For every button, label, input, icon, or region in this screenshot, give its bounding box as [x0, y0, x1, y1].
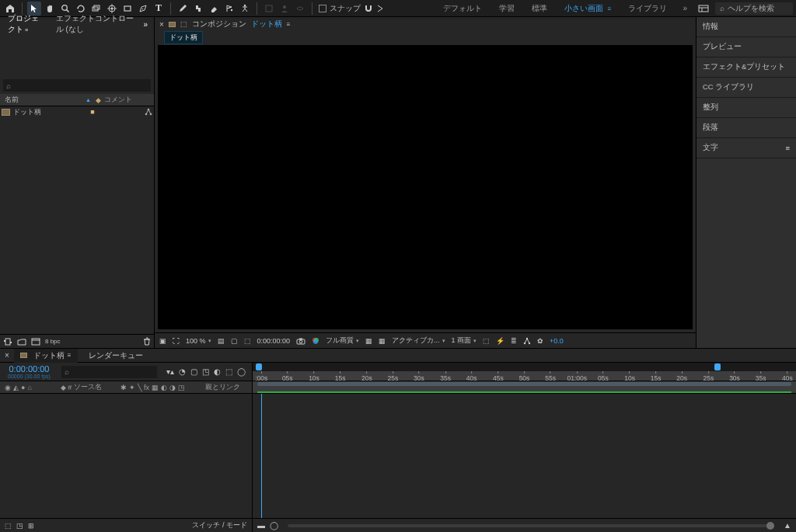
- project-search[interactable]: ⌕: [3, 79, 151, 92]
- wireframe-icon[interactable]: ▢: [231, 337, 238, 345]
- bitdepth-button[interactable]: 8 bpc: [45, 338, 61, 345]
- fx-sw-icon[interactable]: fx: [144, 384, 149, 391]
- fast-preview-icon[interactable]: ⚡: [496, 337, 504, 345]
- graph-editor-icon[interactable]: ⬚: [225, 367, 232, 376]
- frame-blend-sw-icon[interactable]: ▦: [152, 384, 159, 391]
- panel-menu-icon[interactable]: ≡: [287, 21, 291, 28]
- clone-tool[interactable]: [191, 2, 205, 16]
- pixel-aspect-icon[interactable]: ⬚: [483, 337, 490, 345]
- lock-col-icon[interactable]: ⌂: [27, 384, 31, 391]
- timecode-display[interactable]: 0:00:00:00: [257, 337, 291, 345]
- panel-cc-libraries[interactable]: CC ライブラリ: [696, 78, 796, 98]
- brainstorm-icon[interactable]: ◯: [237, 367, 246, 376]
- panel-effects-presets[interactable]: エフェクト&プリセット: [696, 57, 796, 78]
- ws-default[interactable]: デフォルト: [437, 2, 488, 16]
- panel-menu-icon[interactable]: ≡: [68, 352, 72, 359]
- timeline-search[interactable]: ⌕: [61, 366, 157, 378]
- user-icon[interactable]: [278, 2, 292, 16]
- trash-icon[interactable]: [143, 337, 151, 346]
- playhead[interactable]: [261, 394, 262, 518]
- sort-caret-icon[interactable]: ▲: [86, 97, 92, 103]
- eraser-tool[interactable]: [207, 2, 221, 16]
- toggle-modes-icon[interactable]: ◳: [16, 522, 23, 530]
- motion-blur-sw-icon[interactable]: ◐: [161, 384, 167, 391]
- breadcrumb-chip[interactable]: ドット柄: [164, 31, 203, 44]
- audio-col-icon[interactable]: ◭: [13, 384, 19, 391]
- label-color-icon[interactable]: ■: [86, 108, 99, 116]
- panel-preview[interactable]: プレビュー: [696, 37, 796, 57]
- magnify-icon[interactable]: ⛶: [173, 337, 180, 345]
- work-area-bar[interactable]: [253, 381, 796, 394]
- ws-learn[interactable]: 学習: [493, 2, 521, 16]
- lock-icon[interactable]: ⬚: [180, 20, 187, 28]
- zoom-slider[interactable]: [288, 524, 774, 527]
- close-tab-icon[interactable]: ×: [159, 20, 164, 29]
- composition-name[interactable]: ドット柄: [251, 19, 282, 30]
- col-label-icon[interactable]: ◆: [92, 96, 104, 104]
- solo-col-icon[interactable]: ●: [21, 384, 25, 391]
- adjust-sw-icon[interactable]: ◑: [169, 384, 176, 391]
- roto-tool[interactable]: [222, 2, 236, 16]
- always-preview-icon[interactable]: ▣: [159, 337, 166, 345]
- new-folder-icon[interactable]: [17, 338, 26, 346]
- quality-dropdown[interactable]: フル画質▾: [326, 336, 359, 346]
- camera-dropdown[interactable]: アクティブカ...▾: [392, 336, 445, 346]
- switch-mode-toggle[interactable]: スイッチ / モード: [192, 520, 247, 530]
- overflow-chevron-icon[interactable]: »: [683, 4, 687, 12]
- checkbox-icon[interactable]: [319, 5, 326, 12]
- brush-tool[interactable]: [176, 2, 190, 16]
- toggle-switches-icon[interactable]: ⬚: [5, 522, 12, 530]
- comp-minimize-icon[interactable]: ▾▴: [166, 367, 174, 376]
- timeline-tracks[interactable]: [253, 394, 796, 518]
- mask-mode-icon[interactable]: [262, 2, 276, 16]
- timeline-icon[interactable]: ≣: [511, 337, 517, 345]
- col-source[interactable]: ソース名: [74, 382, 120, 392]
- ws-standard[interactable]: 標準: [525, 2, 553, 16]
- snapshot-icon[interactable]: [296, 337, 305, 345]
- mask-toggle-icon[interactable]: ⬚: [244, 337, 251, 345]
- work-area-range[interactable]: [257, 382, 791, 386]
- zoom-in-icon[interactable]: ▲: [784, 521, 791, 530]
- exposure-value[interactable]: +0.0: [550, 337, 564, 345]
- mesh-icon[interactable]: [293, 2, 307, 16]
- new-comp-icon[interactable]: [31, 338, 40, 346]
- snap-toggle[interactable]: スナップ: [319, 3, 384, 14]
- grid-icon[interactable]: ▦: [379, 337, 386, 345]
- frame-blend-icon[interactable]: ◳: [202, 367, 209, 376]
- reset-workspace-icon[interactable]: [696, 2, 710, 16]
- timeline-layers-area[interactable]: [0, 394, 252, 518]
- panel-paragraph[interactable]: 段落: [696, 118, 796, 138]
- view-count-dropdown[interactable]: 1 画面▾: [452, 336, 477, 346]
- timeline-tab-renderqueue[interactable]: レンダーキュー: [82, 349, 149, 363]
- current-time[interactable]: 0:00:00:00 00000 (30.00 fps): [0, 364, 58, 379]
- resolution-icon[interactable]: ▤: [218, 337, 225, 345]
- puppet-tool[interactable]: [238, 2, 252, 16]
- col-parent[interactable]: 親とリンク: [205, 382, 252, 392]
- project-empty-area[interactable]: [0, 117, 154, 334]
- label-col-icon[interactable]: ◆ #: [58, 384, 74, 391]
- ws-small[interactable]: 小さい画面 ≡: [558, 2, 617, 16]
- flowchart-icon[interactable]: [145, 108, 152, 116]
- panel-character[interactable]: 文字≡: [696, 138, 796, 158]
- time-ruler[interactable]: :00s05s10s15s20s25s30s35s40s45s50s55s01:…: [253, 371, 796, 381]
- collapse-sw-icon[interactable]: ✦: [129, 384, 135, 391]
- view-layout-icon[interactable]: ▦: [365, 337, 372, 345]
- interpret-footage-icon[interactable]: [3, 338, 12, 346]
- motion-blur-icon[interactable]: ◐: [214, 367, 221, 376]
- snap-options-icon[interactable]: [376, 5, 384, 12]
- help-search[interactable]: ⌕ ヘルプを検索: [715, 2, 793, 15]
- timeline-tab-comp[interactable]: ドット柄 ≡: [14, 349, 78, 363]
- col-name[interactable]: 名前: [0, 95, 86, 105]
- render-settings-icon[interactable]: ✿: [537, 337, 543, 345]
- 3d-sw-icon[interactable]: ◳: [178, 384, 185, 391]
- show-channels-icon[interactable]: [312, 337, 319, 345]
- draft3d-icon[interactable]: ▢: [190, 367, 197, 376]
- nav-handle-end[interactable]: [714, 363, 721, 370]
- composition-viewport[interactable]: [158, 45, 693, 329]
- toggle-parent-icon[interactable]: ⊞: [28, 522, 34, 530]
- zoom-to-frame-icon[interactable]: ◯: [270, 521, 278, 530]
- zoom-out-icon[interactable]: ▬: [257, 521, 265, 530]
- close-tab-icon[interactable]: ×: [5, 351, 9, 360]
- type-tool[interactable]: T: [152, 2, 166, 16]
- time-navigator[interactable]: [253, 363, 796, 371]
